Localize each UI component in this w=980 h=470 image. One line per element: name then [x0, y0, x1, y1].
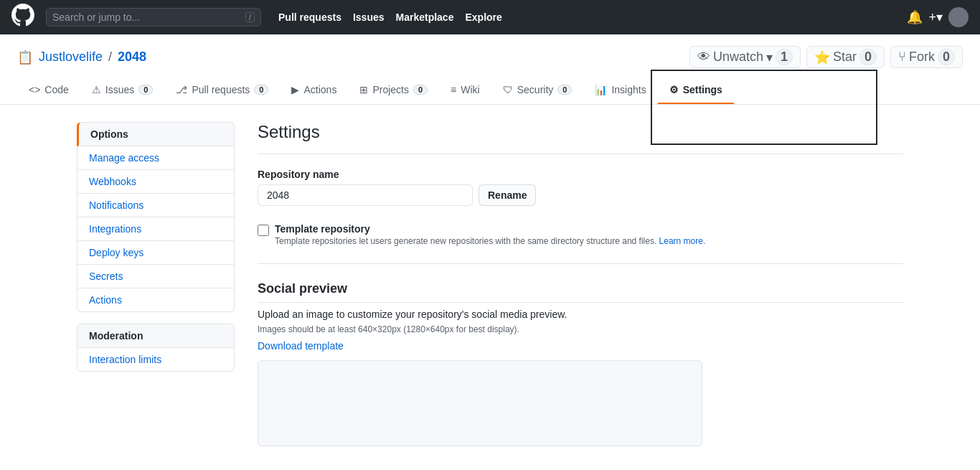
tab-code[interactable]: <> Code — [17, 77, 80, 104]
repo-name-label: Repository name — [258, 169, 903, 180]
repo-owner-link[interactable]: Justlovelife — [39, 50, 103, 65]
sidebar-options-items: Manage access Webhooks Notifications Int… — [77, 146, 235, 312]
avatar[interactable] — [948, 7, 969, 27]
template-repo-checkbox[interactable] — [258, 225, 269, 236]
template-repo-description: Template repositories let users generate… — [275, 236, 705, 246]
tab-wiki[interactable]: ≡ Wiki — [439, 77, 491, 104]
fork-icon: ⑂ — [898, 50, 906, 65]
sidebar-options-title: Options — [77, 122, 235, 146]
sidebar-item-deploy-keys[interactable]: Deploy keys — [77, 241, 234, 265]
repo-tabs: <> Code ⚠ Issues 0 ⎇ Pull requests 0 ▶ A… — [17, 77, 963, 104]
nav-marketplace[interactable]: Marketplace — [396, 11, 454, 23]
insights-icon: 📊 — [595, 84, 607, 95]
tab-projects[interactable]: ⊞ Projects 0 — [348, 77, 439, 104]
pr-count: 0 — [254, 85, 268, 95]
rename-button[interactable]: Rename — [479, 184, 536, 206]
repo-name-link[interactable]: 2048 — [118, 50, 146, 65]
sidebar-moderation-title: Moderation — [77, 324, 235, 348]
social-preview-image-box — [258, 360, 702, 446]
tab-issues[interactable]: ⚠ Issues 0 — [80, 77, 165, 104]
new-item-icon[interactable]: +▾ — [928, 9, 943, 25]
repo-title-bar: 📋 Justlovelife / 2048 👁 Unwatch ▾ 1 ⭐ St… — [17, 46, 963, 68]
page-title: Settings — [258, 122, 903, 154]
tab-issues-label: Issues — [105, 84, 134, 95]
github-logo-icon[interactable] — [11, 4, 34, 31]
social-preview-section: Social preview Upload an image to custom… — [258, 263, 903, 446]
security-count: 0 — [557, 85, 572, 95]
template-repo-section: Template repository Template repositorie… — [258, 223, 903, 246]
repo-icon: 📋 — [17, 50, 33, 65]
header: / Pull requests Issues Marketplace Explo… — [0, 0, 980, 34]
sidebar-moderation-items: Interaction limits — [77, 348, 235, 372]
tab-security[interactable]: 🛡 Security 0 — [491, 77, 584, 104]
star-icon: ⭐ — [814, 50, 830, 65]
tab-insights-label: Insights — [611, 84, 646, 95]
social-preview-title: Social preview — [258, 281, 903, 303]
repo-name-row: Rename — [258, 184, 903, 206]
sidebar-item-manage-access[interactable]: Manage access — [77, 146, 234, 170]
tab-pr-label: Pull requests — [192, 84, 250, 95]
projects-icon: ⊞ — [359, 84, 368, 95]
fork-button[interactable]: ⑂ Fork 0 — [890, 46, 963, 68]
settings-content: Settings Repository name Rename Template… — [235, 122, 903, 464]
code-icon: <> — [29, 84, 40, 95]
nav-issues[interactable]: Issues — [353, 11, 385, 23]
tab-settings-label: Settings — [683, 84, 722, 95]
notifications-icon[interactable]: 🔔 — [907, 9, 923, 25]
sidebar-item-interaction-limits[interactable]: Interaction limits — [77, 348, 234, 371]
social-preview-subtext: Images should be at least 640×320px (128… — [258, 324, 903, 334]
header-actions: 🔔 +▾ — [907, 7, 969, 27]
wiki-icon: ≡ — [451, 84, 456, 95]
tab-insights[interactable]: 📊 Insights — [583, 77, 657, 104]
sidebar: Options Manage access Webhooks Notificat… — [77, 122, 235, 464]
sidebar-item-actions[interactable]: Actions — [77, 288, 234, 311]
sidebar-item-notifications[interactable]: Notifications — [77, 194, 234, 217]
repo-separator: / — [108, 50, 112, 65]
fork-count: 0 — [938, 49, 955, 65]
actions-icon: ▶ — [291, 84, 299, 95]
repo-header: 📋 Justlovelife / 2048 👁 Unwatch ▾ 1 ⭐ St… — [0, 34, 980, 105]
repo-name-input[interactable] — [258, 184, 473, 206]
tab-code-label: Code — [44, 84, 68, 95]
tab-actions-label: Actions — [303, 84, 336, 95]
template-repo-label[interactable]: Template repository — [275, 223, 370, 235]
repo-name-section: Repository name Rename — [258, 169, 903, 206]
search-input[interactable] — [52, 11, 240, 23]
eye-icon: 👁 — [697, 50, 710, 65]
social-preview-text: Upload an image to customize your reposi… — [258, 309, 903, 320]
search-bar[interactable]: / — [46, 8, 261, 27]
template-repo-info: Template repository Template repositorie… — [275, 223, 705, 246]
header-nav: Pull requests Issues Marketplace Explore — [278, 11, 502, 23]
tab-settings[interactable]: ⚙ Settings — [658, 77, 734, 104]
tab-actions[interactable]: ▶ Actions — [280, 77, 348, 104]
settings-icon: ⚙ — [669, 84, 679, 95]
issues-count: 0 — [138, 85, 153, 95]
tab-wiki-label: Wiki — [461, 84, 479, 95]
star-button[interactable]: ⭐ Star 0 — [806, 46, 885, 68]
tab-security-label: Security — [517, 84, 554, 95]
repo-actions: 👁 Unwatch ▾ 1 ⭐ Star 0 ⑂ Fork 0 — [689, 46, 963, 68]
issues-icon: ⚠ — [92, 84, 101, 95]
nav-pull-requests[interactable]: Pull requests — [278, 11, 341, 23]
sidebar-item-secrets[interactable]: Secrets — [77, 265, 234, 288]
sidebar-item-integrations[interactable]: Integrations — [77, 217, 234, 241]
tab-pull-requests[interactable]: ⎇ Pull requests 0 — [164, 77, 280, 104]
learn-more-link[interactable]: Learn more. — [659, 236, 706, 246]
slash-icon: / — [245, 12, 255, 22]
main-content: Options Manage access Webhooks Notificat… — [60, 105, 920, 470]
watch-button[interactable]: 👁 Unwatch ▾ 1 — [689, 46, 801, 68]
projects-count: 0 — [413, 85, 428, 95]
pr-icon: ⎇ — [176, 84, 187, 95]
download-template-link[interactable]: Download template — [258, 340, 344, 352]
sidebar-item-webhooks[interactable]: Webhooks — [77, 170, 234, 194]
tab-projects-label: Projects — [372, 84, 409, 95]
fork-label: Fork — [909, 50, 935, 65]
security-icon: 🛡 — [503, 84, 513, 95]
nav-explore[interactable]: Explore — [465, 11, 501, 23]
watch-chevron-icon: ▾ — [766, 50, 773, 65]
star-label: Star — [833, 50, 857, 65]
watch-count: 1 — [776, 49, 793, 65]
watch-label: Unwatch — [713, 50, 763, 65]
star-count: 0 — [859, 49, 877, 65]
